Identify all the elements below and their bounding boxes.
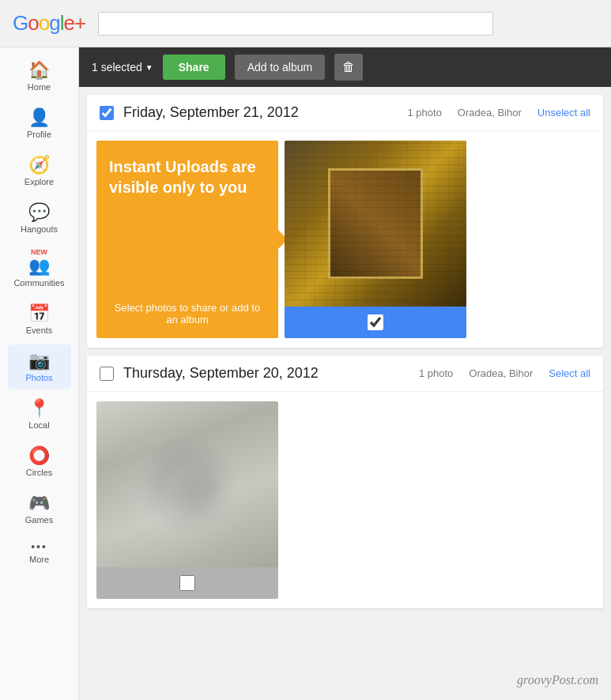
photo-thumb-cd[interactable] [285,141,466,338]
top-bar: Google+ [0,0,611,47]
more-icon: ••• [31,540,47,553]
sidebar-item-label: Explore [25,177,54,186]
communities-icon: 👥 [28,256,50,277]
photo-section-sep21: Friday, September 21, 2012 1 photo Orade… [87,95,603,348]
sidebar-item-circles[interactable]: ⭕ Circles [8,439,71,484]
sidebar-item-label: Local [28,420,49,430]
sidebar-item-local[interactable]: 📍 Local [8,392,71,436]
google-plus-logo: Google+ [13,11,85,36]
sidebar-item-label: More [29,555,49,564]
photo-thumb-gray[interactable] [96,401,278,599]
sidebar-item-label: Hangouts [21,224,58,234]
trash-icon: 🗑 [342,60,355,74]
sidebar-item-label: Profile [27,130,51,139]
sidebar-item-events[interactable]: 📅 Events [8,297,71,341]
section-date-sep21: Friday, September 21, 2012 [123,104,398,121]
profile-icon: 👤 [28,107,50,128]
section-checkbox-sep21[interactable] [100,106,114,120]
circles-icon: ⭕ [28,446,50,466]
sidebar-item-games[interactable]: 🎮 Games [8,487,71,531]
explore-icon: 🧭 [28,155,50,175]
sidebar-item-profile[interactable]: 👤 Profile [8,101,71,145]
info-card: Instant Uploads are visible only to you … [96,141,278,338]
cd-inner [285,141,466,307]
photos-grid-sep20 [87,392,603,608]
photo-section-sep20: Thursday, September 20, 2012 1 photo Ora… [87,356,603,608]
local-icon: 📍 [28,398,50,419]
sidebar-item-label: Communities [13,278,64,288]
events-icon: 📅 [28,303,50,324]
section-checkbox-sep20[interactable] [100,367,114,381]
photo-checkbox-cd[interactable] [368,314,383,330]
games-icon: 🎮 [28,493,50,514]
cd-photo-image [285,141,466,307]
sidebar-item-label: Home [28,82,51,92]
delete-button[interactable]: 🗑 [334,54,363,81]
unselect-all-link[interactable]: Unselect all [537,107,590,119]
section-date-sep20: Thursday, September 20, 2012 [123,365,409,382]
share-button[interactable]: Share [163,55,225,80]
gray-photo-image [96,401,278,567]
section-photo-count-sep21: 1 photo [407,107,441,119]
sidebar-item-label: Games [25,515,53,525]
photo-checkbox-area-selected[interactable] [285,307,466,338]
sidebar-item-label: Circles [26,468,53,477]
section-header-sep20: Thursday, September 20, 2012 1 photo Ora… [87,356,603,392]
action-bar: 1 selected ▼ Share Add to album 🗑 [79,47,611,87]
section-header-sep21: Friday, September 21, 2012 1 photo Orade… [87,95,603,131]
search-input[interactable] [98,12,493,36]
main-content: 1 selected ▼ Share Add to album 🗑 Friday… [79,47,611,700]
photo-checkbox-area-unselected[interactable] [96,567,278,599]
section-location-sep20: Oradea, Bihor [469,367,533,379]
sidebar-item-label: Photos [25,373,52,382]
sidebar: 🏠 Home 👤 Profile 🧭 Explore 💬 Hangouts NE… [0,47,79,700]
photos-icon: 📷 [28,351,50,371]
watermark: groovyPost.com [517,673,598,687]
selected-count[interactable]: 1 selected ▼ [92,61,153,73]
dropdown-arrow-icon: ▼ [145,63,153,72]
sidebar-item-communities[interactable]: NEW 👥 Communities [8,243,71,294]
home-icon: 🏠 [28,60,50,81]
hangouts-icon: 💬 [28,202,50,223]
new-badge: NEW [31,248,47,256]
keyboard-background [285,141,466,307]
sidebar-item-home[interactable]: 🏠 Home [8,54,71,98]
sidebar-item-hangouts[interactable]: 💬 Hangouts [8,196,71,240]
info-card-description: Select photos to share or add to an albu… [109,302,266,326]
sidebar-item-explore[interactable]: 🧭 Explore [8,149,71,193]
select-all-link[interactable]: Select all [549,367,590,379]
section-location-sep21: Oradea, Bihor [458,107,522,119]
photos-grid-sep21: Instant Uploads are visible only to you … [87,131,603,348]
sidebar-item-label: Events [26,326,53,335]
sidebar-item-photos[interactable]: 📷 Photos [8,344,71,389]
add-to-album-button[interactable]: Add to album [235,55,326,80]
sidebar-item-more[interactable]: ••• More [8,534,71,570]
selected-count-text: 1 selected [92,61,142,73]
photo-checkbox-gray[interactable] [179,575,195,591]
layout: 🏠 Home 👤 Profile 🧭 Explore 💬 Hangouts NE… [0,47,611,700]
info-card-title: Instant Uploads are visible only to you [109,156,266,198]
section-photo-count-sep20: 1 photo [419,367,453,379]
